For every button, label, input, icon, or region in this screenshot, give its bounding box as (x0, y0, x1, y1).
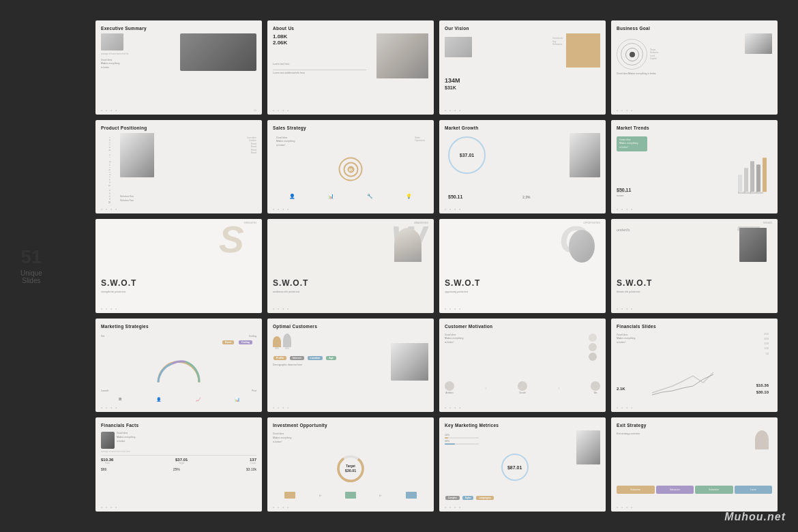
slide-our-vision[interactable]: Our Vision 134M $31K IncrementsKeyReleva… (439, 20, 606, 115)
side-label: 51 Unique Slides (20, 248, 42, 284)
slide-about-us[interactable]: About Us 1.08K 2.06K Lorem text here Lor… (267, 20, 434, 115)
slide-financials-facts[interactable]: Financials Facts Good ideaMakes everythi… (95, 417, 262, 512)
slide-unique: Unique (20, 269, 42, 277)
svg-text:Brand4: Brand4 (756, 192, 763, 194)
slide-optimal-customers[interactable]: Optimal Customers 40% 60% (267, 319, 434, 413)
svg-rect-4 (763, 158, 767, 192)
slide-swot-4[interactable]: THREATS T under/is S.W.O.T threats info … (611, 219, 778, 313)
slide-swot-2[interactable]: WEAKNESSES W S.W.O.T weakness info point… (267, 219, 434, 313)
slide-market-trends[interactable]: Market Trends Great ideaMakes everything… (611, 120, 778, 214)
slide-key-marketing[interactable]: Key Marketing Metrices 10% 30% $87.01 Co… (439, 417, 606, 512)
slide-market-growth[interactable]: Market Growth $37.01 $50.11 2.3% ● ● ● ● (439, 120, 606, 214)
slide-executive-summary[interactable]: Executive Summary average of some lorem … (95, 20, 262, 115)
slide-financials-slides[interactable]: Financials Slides Good ideaMakes everyth… (611, 319, 778, 413)
svg-text:Target: Target (346, 465, 355, 469)
svg-rect-0 (738, 175, 742, 192)
slide-customer-motivation[interactable]: Customer Motivation Good ideaMakes every… (439, 319, 606, 413)
slides-grid: Executive Summary average of some lorem … (95, 20, 778, 512)
watermark: Muhou.net (724, 509, 786, 524)
slide-swot-3[interactable]: OPPORTUNITIES O S.W.O.T opportunity poin… (439, 219, 606, 313)
slide-marketing-strategies[interactable]: Marketing Strategies Set Coding Launch P… (95, 319, 262, 413)
svg-rect-1 (744, 168, 748, 192)
slide-investment-opportunity[interactable]: Investment Opportunity Good ideaMakes ev… (267, 417, 434, 512)
slide-sales-strategy[interactable]: Sales Strategy Good ideaMakes everything… (267, 120, 434, 214)
svg-rect-3 (756, 164, 760, 192)
slide-exit-strategy[interactable]: Exit Strategy Exit strategy overview Sub… (611, 417, 778, 512)
slide-business-goal[interactable]: Business Goal TargetBusinessLevelCapital (611, 20, 778, 115)
slide-slides: Slides (22, 277, 40, 284)
svg-rect-2 (750, 161, 754, 192)
slide-product-positioning[interactable]: Product Positioning Makes Everything is … (95, 120, 262, 214)
svg-text:$30.01: $30.01 (345, 469, 356, 473)
slide-swot-1[interactable]: STRENGTHS S S.W.O.T strength info points… (95, 219, 262, 313)
slide-count: 51 (20, 248, 42, 267)
